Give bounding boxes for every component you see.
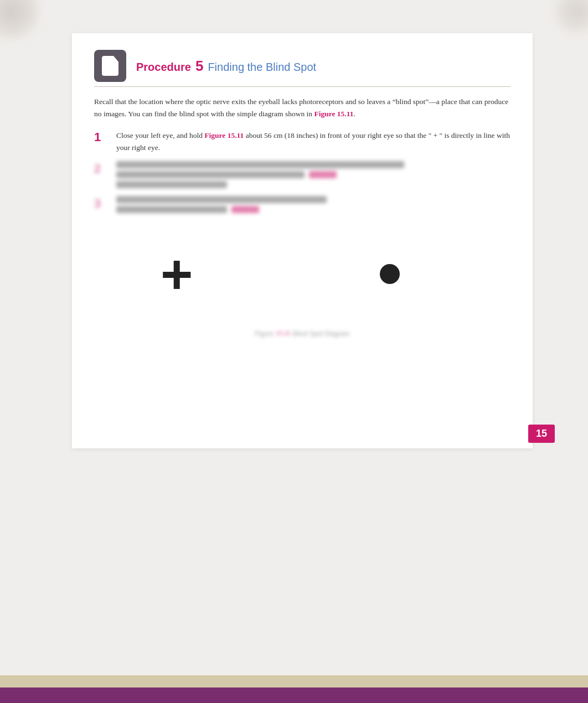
intro-text-before: Recall that the location where the optic… <box>94 97 508 118</box>
step-3-content <box>116 196 327 213</box>
intro-text-end: . <box>353 110 355 118</box>
caption-prefix: Figure <box>255 330 274 338</box>
caption-description: Blind Spot Diagram <box>292 330 349 338</box>
procedure-icon <box>94 50 126 82</box>
procedure-subtitle: Finding the Blind Spot <box>208 61 316 74</box>
step-2-content <box>116 161 404 188</box>
step-1-text: Close your left eye, and hold Figure 15.… <box>116 130 510 153</box>
footer-bar-purple <box>0 688 588 703</box>
procedure-title: Procedure 5 Finding the Blind Spot <box>136 58 316 75</box>
step-1-number: 1 <box>94 130 111 146</box>
main-content-area: Procedure 5 Finding the Blind Spot Recal… <box>72 33 533 448</box>
step-1: 1 Close your left eye, and hold Figure 1… <box>94 130 510 153</box>
intro-paragraph: Recall that the location where the optic… <box>94 96 510 120</box>
dot-symbol <box>380 264 400 284</box>
intro-figure-link[interactable]: Figure 15.11 <box>314 110 353 118</box>
procedure-number: 5 <box>195 58 203 75</box>
footer-bar-tan <box>0 675 588 688</box>
step-3: 3 <box>94 196 510 213</box>
step-3-number: 3 <box>94 196 111 212</box>
procedure-label: Procedure <box>136 61 191 74</box>
step-1-figure-link[interactable]: Figure 15.11 <box>204 131 244 139</box>
caption-number: 15.11 <box>276 329 290 338</box>
blind-spot-diagram: + <box>94 230 510 318</box>
procedure-header: Procedure 5 Finding the Blind Spot <box>94 50 510 87</box>
page-number-badge: 15 <box>528 425 555 443</box>
step-2: 2 <box>94 161 510 188</box>
footer-bars <box>0 675 588 703</box>
plus-symbol: + <box>161 246 193 302</box>
step-2-number: 2 <box>94 161 111 177</box>
figure-caption: Figure 15.11 Blind Spot Diagram <box>94 329 510 338</box>
